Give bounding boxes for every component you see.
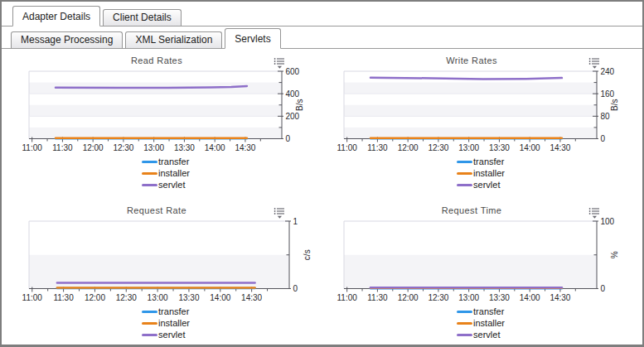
legend-options-icon[interactable] — [588, 207, 600, 219]
x-tick-label: 14:00 — [520, 293, 540, 302]
y-tick-label: 0 — [601, 134, 606, 143]
legend-label: transfer — [473, 306, 504, 316]
legend-label: servlet — [473, 330, 500, 340]
main-tab-bar: Adapter DetailsClient Details — [2, 6, 642, 27]
y-tick-label: 80 — [601, 112, 611, 121]
legend-swatch-transfer — [457, 161, 472, 163]
legend-box: transferinstallerservlet — [142, 156, 190, 190]
y-tick-label: 600 — [286, 68, 300, 76]
plot-band — [344, 221, 597, 255]
legend-label: servlet — [473, 180, 500, 190]
legend-label: installer — [473, 168, 505, 178]
legend-swatch-installer — [142, 172, 157, 175]
chart-request-time: Request Time010011:0011:3012:0012:3013:0… — [323, 201, 638, 342]
x-tick-label: 14:00 — [210, 293, 230, 302]
x-tick-label: 13:30 — [178, 293, 199, 302]
legend-item-installer[interactable]: installer — [142, 167, 190, 179]
tab-xml-serialization[interactable]: XML Serialization — [125, 31, 222, 49]
y-tick-label: 100 — [601, 218, 615, 226]
y-tick-label: 0 — [293, 284, 298, 293]
legend-swatch-transfer — [457, 311, 472, 313]
chart-read-rates: Read Rates020040060011:0011:3012:0012:30… — [8, 51, 323, 192]
x-tick-label: 11:00 — [337, 143, 358, 152]
y-axis-unit-label: B/s — [295, 99, 304, 111]
plot-band — [344, 255, 597, 289]
chart-title: Write Rates — [323, 55, 620, 65]
legend-item-transfer[interactable]: transfer — [457, 156, 505, 167]
chart-request-rate: Request Rate0111:0011:3012:0012:3013:001… — [8, 201, 323, 342]
x-tick-label: 11:30 — [52, 143, 73, 152]
legend-swatch-installer — [142, 322, 157, 325]
x-tick-label: 13:00 — [458, 143, 479, 152]
legend-options-icon[interactable] — [274, 207, 285, 219]
legend-label: transfer — [158, 306, 189, 316]
legend-item-transfer[interactable]: transfer — [457, 306, 505, 317]
legend-swatch-transfer — [142, 311, 157, 313]
x-tick-label: 13:00 — [143, 143, 164, 152]
legend-label: installer — [158, 168, 190, 178]
legend-box: transferinstallerservlet — [457, 156, 505, 190]
chart-canvas-request-rate[interactable]: 0111:0011:3012:0012:3013:0013:3014:0014:… — [8, 218, 323, 302]
plot-band — [344, 128, 597, 139]
legend-label: transfer — [158, 157, 189, 166]
chart-legend: transferinstallerservlet — [8, 156, 323, 190]
sub-tab-bar: Message ProcessingXML SerializationServl… — [2, 28, 642, 49]
tab-servlets[interactable]: Servlets — [225, 28, 280, 49]
legend-item-installer[interactable]: installer — [457, 317, 505, 329]
x-tick-label: 13:00 — [458, 293, 479, 302]
legend-swatch-servlet — [142, 334, 157, 336]
y-tick-label: 160 — [601, 89, 615, 99]
plot-band — [29, 94, 282, 105]
x-tick-label: 12:00 — [85, 293, 105, 302]
tab-client-details[interactable]: Client Details — [103, 9, 182, 27]
legend-item-transfer[interactable]: transfer — [142, 156, 190, 167]
legend-item-servlet[interactable]: servlet — [142, 329, 190, 340]
legend-item-servlet[interactable]: servlet — [457, 179, 505, 190]
legend-label: servlet — [158, 180, 185, 190]
chart-canvas-request-time[interactable]: 010011:0011:3012:0012:3013:0013:3014:001… — [323, 218, 638, 302]
plot-band — [344, 105, 597, 117]
x-tick-label: 12:00 — [398, 293, 419, 302]
chart-legend: transferinstallerservlet — [8, 306, 323, 340]
x-tick-label: 12:30 — [428, 143, 448, 152]
adapter-monitor-window: Adapter DetailsClient Details Message Pr… — [0, 0, 644, 347]
chart-legend: transferinstallerservlet — [323, 306, 638, 340]
tab-adapter-details[interactable]: Adapter Details — [12, 6, 100, 27]
chart-title: Request Rate — [8, 205, 305, 215]
legend-item-transfer[interactable]: transfer — [142, 306, 190, 317]
legend-swatch-transfer — [142, 161, 157, 163]
x-tick-label: 13:00 — [148, 293, 168, 302]
y-tick-label: 0 — [601, 284, 606, 293]
x-tick-label: 11:00 — [22, 293, 43, 302]
y-tick-label: 1 — [293, 218, 298, 226]
x-tick-label: 14:00 — [205, 143, 225, 152]
plot-band — [29, 71, 282, 83]
plot-band — [29, 221, 289, 255]
legend-item-installer[interactable]: installer — [142, 317, 190, 329]
x-tick-label: 11:00 — [337, 293, 358, 302]
x-tick-label: 12:00 — [398, 143, 419, 152]
tab-message-processing[interactable]: Message Processing — [11, 31, 123, 49]
chart-canvas-read-rates[interactable]: 020040060011:0011:3012:0012:3013:0013:30… — [8, 68, 323, 152]
x-tick-label: 14:30 — [241, 293, 262, 302]
x-tick-label: 12:00 — [83, 143, 104, 152]
legend-item-servlet[interactable]: servlet — [142, 179, 190, 190]
legend-options-icon[interactable] — [274, 57, 285, 69]
x-tick-label: 14:30 — [550, 143, 570, 152]
legend-item-installer[interactable]: installer — [457, 167, 505, 179]
chart-write-rates: Write Rates08016024011:0011:3012:0012:30… — [323, 51, 638, 192]
chart-title: Request Time — [323, 205, 620, 215]
y-axis-unit-label: c/s — [303, 249, 312, 260]
legend-label: servlet — [158, 330, 185, 340]
legend-item-servlet[interactable]: servlet — [457, 329, 505, 340]
x-tick-label: 12:30 — [428, 293, 448, 302]
y-axis-unit-label: B/s — [610, 99, 619, 111]
x-tick-label: 14:00 — [520, 143, 540, 152]
legend-box: transferinstallerservlet — [457, 306, 505, 340]
legend-options-icon[interactable] — [588, 57, 600, 69]
x-tick-label: 11:30 — [367, 293, 388, 302]
chart-canvas-write-rates[interactable]: 08016024011:0011:3012:0012:3013:0013:301… — [323, 68, 638, 152]
legend-label: transfer — [473, 157, 504, 166]
x-tick-label: 13:30 — [489, 293, 510, 302]
x-tick-label: 11:30 — [367, 143, 388, 152]
